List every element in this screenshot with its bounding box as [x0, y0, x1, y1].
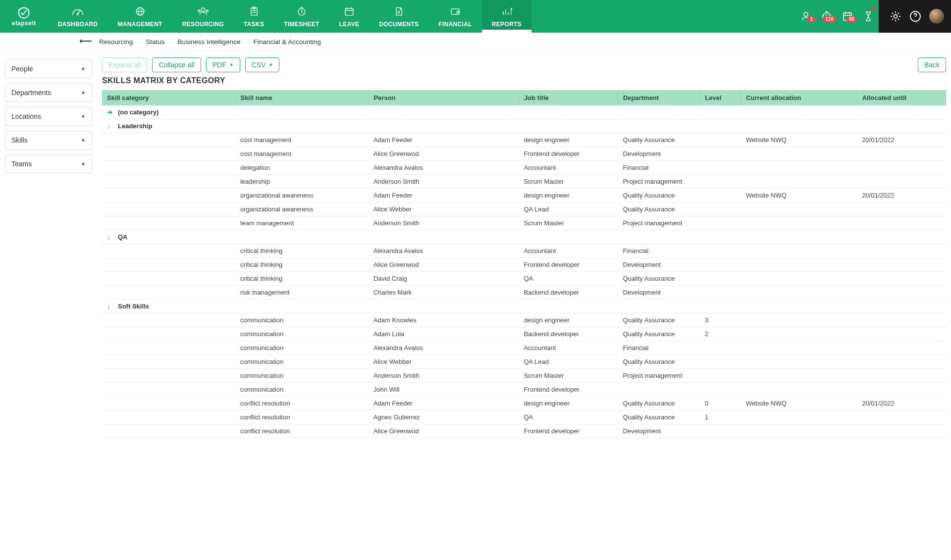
- cell: [857, 244, 946, 258]
- filter-locations[interactable]: Locations▼: [5, 107, 92, 126]
- table-row[interactable]: communicationJohn WillFrontend developer: [102, 383, 946, 397]
- notif-hourglass[interactable]: [858, 0, 879, 33]
- cell: 3: [700, 313, 741, 327]
- table-row[interactable]: conflict resolutionAlice GreenwodFronten…: [102, 424, 946, 438]
- nav-resourcing[interactable]: RESOURCING: [172, 0, 234, 33]
- cell: Anderson Smith: [369, 369, 519, 383]
- calendar-icon: [342, 5, 356, 19]
- cell: [741, 272, 857, 286]
- cell: [741, 203, 857, 216]
- table-row[interactable]: conflict resolutionAgnes GutierrezQAQual…: [102, 410, 946, 424]
- filter-people[interactable]: People▼: [5, 59, 92, 78]
- cell: [700, 272, 741, 286]
- nav-financial[interactable]: FINANCIAL: [428, 0, 481, 33]
- cell: [102, 133, 235, 147]
- table-row[interactable]: communicationAdam LolaBackend developerQ…: [102, 327, 946, 341]
- table-row[interactable]: critical thinkingAlice GreenwodFrontend …: [102, 258, 946, 272]
- nav-documents[interactable]: DOCUMENTS: [369, 0, 428, 33]
- cell: Quality Assurance: [618, 397, 700, 410]
- table-row[interactable]: communicationAnderson SmithScrum MasterP…: [102, 369, 946, 383]
- filter-teams[interactable]: Teams▼: [5, 154, 92, 173]
- th-skill[interactable]: Skill name: [235, 90, 369, 105]
- nav-leave[interactable]: LEAVE: [329, 0, 370, 33]
- subnav-resourcing[interactable]: Resourcing: [99, 38, 133, 46]
- table-row[interactable]: critical thinkingAlexandra AvalosAccount…: [102, 244, 946, 258]
- table-row[interactable]: cost managementAlice GreenwodFrontend de…: [102, 147, 946, 161]
- group-row[interactable]: ↓Leadership: [102, 119, 946, 133]
- cell: Alice Webber: [369, 203, 519, 216]
- table-row[interactable]: communicationAlice WebberQA LeadQuality …: [102, 355, 946, 369]
- settings-icon[interactable]: [890, 10, 901, 22]
- cell: Backend developer: [519, 286, 618, 300]
- wallet-icon: [448, 5, 462, 19]
- group-row[interactable]: ↓QA: [102, 230, 946, 244]
- table-row[interactable]: communicationAdam Knowlesdesign engineer…: [102, 313, 946, 327]
- notif-person[interactable]: 1: [795, 0, 816, 33]
- th-until[interactable]: Allocated until: [857, 90, 946, 105]
- cell: 1: [700, 410, 741, 424]
- gauge-icon: [71, 5, 85, 19]
- collapse-sidebar-icon[interactable]: ⟵: [79, 36, 92, 47]
- table-row[interactable]: cost managementAdam Feederdesign enginee…: [102, 133, 946, 147]
- filter-label: Departments: [11, 89, 51, 97]
- pdf-button[interactable]: PDF▼: [206, 57, 240, 72]
- cell: Frontend developer: [519, 147, 618, 161]
- cell: [700, 424, 741, 438]
- table-row[interactable]: leadershipAnderson SmithScrum MasterProj…: [102, 175, 946, 189]
- table-row[interactable]: delegationAlexandra AvalosAccountantFina…: [102, 161, 946, 175]
- cell: [857, 286, 946, 300]
- collapse-all-button[interactable]: Collapse all: [152, 57, 201, 72]
- filter-skills[interactable]: Skills▼: [5, 131, 92, 150]
- arrow-down-icon: ↓: [107, 233, 114, 241]
- table-row[interactable]: conflict resolutionAdam Feederdesign eng…: [102, 397, 946, 410]
- th-job[interactable]: Job title: [519, 90, 618, 105]
- stopwatch-icon: [295, 5, 309, 19]
- cell: Financial: [618, 341, 700, 355]
- filter-label: Locations: [11, 112, 41, 120]
- expand-all-button[interactable]: Expand all: [102, 57, 147, 72]
- nav-reports[interactable]: REPORTS: [482, 0, 531, 33]
- csv-button[interactable]: CSV▼: [245, 57, 280, 72]
- subnav-status[interactable]: Status: [146, 38, 164, 46]
- caret-down-icon: ▼: [81, 138, 86, 143]
- help-icon[interactable]: [909, 10, 921, 22]
- th-dept[interactable]: Department: [618, 90, 700, 105]
- nav-timesheet[interactable]: TIMESHEET: [274, 0, 329, 33]
- cell: [857, 258, 946, 272]
- clipboard-icon: [247, 5, 261, 19]
- filter-departments[interactable]: Departments▼: [5, 83, 92, 102]
- avatar[interactable]: [929, 9, 944, 24]
- svg-rect-10: [345, 8, 353, 15]
- cell: [102, 327, 235, 341]
- group-name: Soft Skills: [118, 303, 149, 310]
- cell: [741, 313, 857, 327]
- subnav-fa[interactable]: Financial & Accounting: [253, 38, 321, 46]
- th-category[interactable]: Skill category: [102, 90, 235, 105]
- cell: Project management: [618, 216, 700, 230]
- table-row[interactable]: risk managementCharles MarkBackend devel…: [102, 286, 946, 300]
- table-row[interactable]: team managementAnderson SmithScrum Maste…: [102, 216, 946, 230]
- nav-management[interactable]: MANAGEMENT: [107, 0, 172, 33]
- group-row[interactable]: ↓Soft Skills: [102, 300, 946, 313]
- svg-point-15: [894, 15, 898, 18]
- subnav-bi[interactable]: Business Intelligence: [178, 38, 241, 46]
- cell: [700, 216, 741, 230]
- table-row[interactable]: organizational awarenessAdam Feederdesig…: [102, 189, 946, 203]
- brand-logo[interactable]: elapseit: [0, 0, 48, 33]
- table-row[interactable]: critical thinkingDavid CraigQAQuality As…: [102, 272, 946, 286]
- table-row[interactable]: communicationAlexandra AvalosAccountantF…: [102, 341, 946, 355]
- group-row[interactable]: ➜(no category): [102, 105, 946, 119]
- notif-calendar[interactable]: 86: [837, 0, 858, 33]
- table-row[interactable]: organizational awarenessAlice WebberQA L…: [102, 203, 946, 216]
- cell: [741, 244, 857, 258]
- th-person[interactable]: Person: [369, 90, 519, 105]
- nav-tasks[interactable]: TASKS: [234, 0, 274, 33]
- globe-icon: [133, 5, 147, 19]
- notif-timer[interactable]: 116: [816, 0, 837, 33]
- nav-dashboard[interactable]: DASHBOARD: [48, 0, 108, 33]
- back-button[interactable]: Back: [918, 57, 946, 72]
- caret-down-icon: ▼: [81, 66, 86, 72]
- th-alloc[interactable]: Current allocation: [741, 90, 857, 105]
- th-level[interactable]: Level: [700, 90, 741, 105]
- cell: [102, 286, 235, 300]
